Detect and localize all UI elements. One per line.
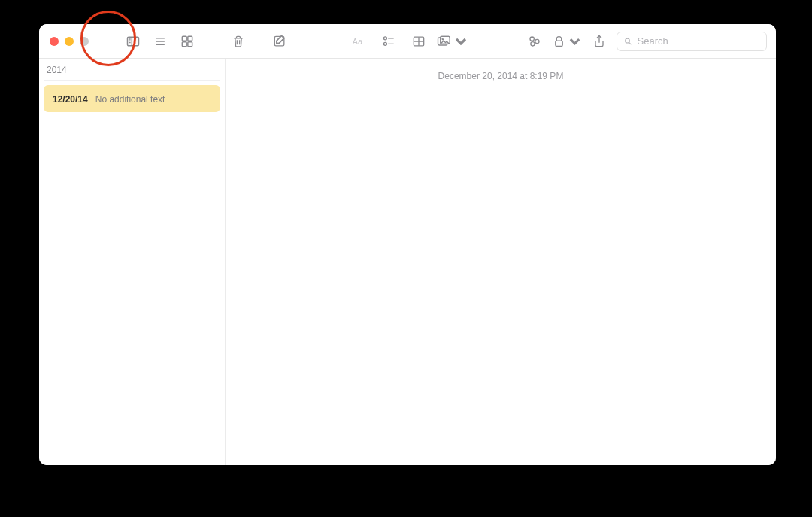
svg-point-29: [531, 41, 535, 45]
svg-point-28: [535, 39, 539, 43]
svg-point-16: [383, 36, 386, 39]
notes-window: Aa: [39, 24, 776, 465]
svg-point-31: [626, 38, 630, 43]
note-date: 12/20/14: [53, 94, 88, 105]
share-icon: [592, 34, 607, 49]
note-editor[interactable]: December 20, 2014 at 8:19 PM: [226, 59, 776, 465]
search-field[interactable]: [617, 32, 767, 51]
minimize-window-button[interactable]: [65, 37, 74, 46]
note-list-item[interactable]: 12/20/14 No additional text: [44, 85, 220, 112]
list-icon: [153, 34, 168, 49]
collaborate-button[interactable]: [522, 30, 547, 53]
section-header: 2014: [44, 62, 220, 81]
delete-note-button[interactable]: [226, 30, 251, 53]
list-view-button[interactable]: [150, 30, 170, 53]
table-icon: [411, 34, 426, 49]
lock-button[interactable]: [552, 30, 582, 53]
content-area: 2014 12/20/14 No additional text Decembe…: [39, 59, 776, 465]
checklist-button[interactable]: [376, 30, 401, 53]
note-timestamp: December 20, 2014 at 8:19 PM: [241, 71, 761, 81]
svg-text:Aa: Aa: [352, 37, 362, 46]
format-button[interactable]: Aa: [346, 30, 371, 53]
photo-icon: [436, 34, 451, 49]
media-button[interactable]: [436, 30, 469, 53]
maximize-window-button[interactable]: [80, 37, 89, 46]
chevron-down-icon: [568, 34, 582, 49]
trash-icon: [231, 34, 246, 49]
chevron-down-icon: [453, 34, 468, 49]
note-subtitle: No additional text: [95, 94, 165, 105]
svg-rect-9: [188, 36, 192, 41]
toggle-sidebar-button[interactable]: [120, 30, 146, 53]
titlebar: Aa: [39, 24, 776, 59]
link-icon: [527, 34, 542, 49]
table-button[interactable]: [406, 30, 432, 53]
svg-rect-10: [182, 41, 186, 46]
compose-icon: [272, 34, 287, 49]
gallery-view-button[interactable]: [174, 30, 200, 53]
svg-point-18: [383, 42, 386, 45]
svg-rect-8: [182, 36, 186, 41]
svg-line-32: [629, 42, 632, 44]
window-controls: [50, 37, 89, 46]
sidebar-icon: [126, 34, 141, 49]
svg-point-27: [530, 37, 534, 41]
search-icon: [623, 36, 633, 47]
grid-icon: [180, 34, 195, 49]
text-format-icon: Aa: [351, 34, 366, 49]
new-note-button[interactable]: [267, 30, 292, 53]
svg-rect-11: [188, 41, 192, 46]
svg-rect-30: [556, 41, 563, 46]
svg-rect-0: [128, 37, 139, 46]
lock-icon: [552, 34, 566, 49]
notes-sidebar: 2014 12/20/14 No additional text: [39, 59, 226, 465]
close-window-button[interactable]: [50, 37, 59, 46]
checklist-icon: [381, 34, 396, 49]
share-button[interactable]: [586, 30, 612, 53]
search-input[interactable]: [638, 35, 760, 47]
